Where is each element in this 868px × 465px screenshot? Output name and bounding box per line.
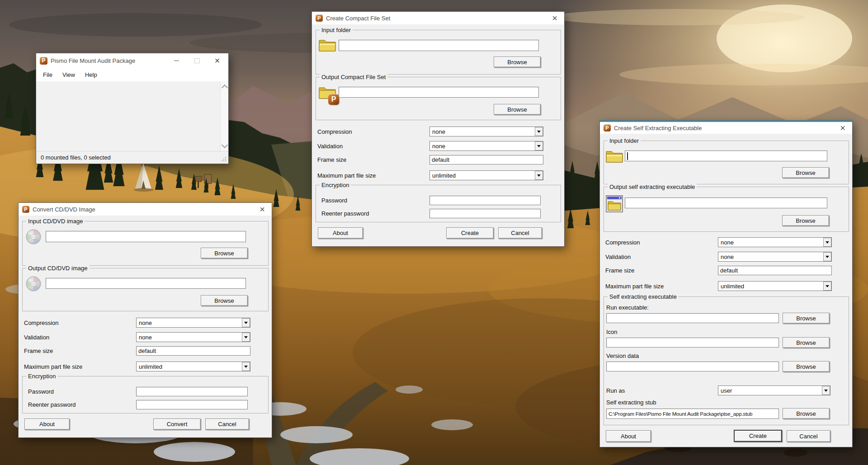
sfx-stub-field[interactable] xyxy=(606,409,779,419)
dropdown-arrow-icon xyxy=(826,256,829,258)
main-menubar: File View Help xyxy=(36,68,228,81)
about-button[interactable]: About xyxy=(24,418,70,430)
text-caret xyxy=(627,152,628,160)
browse-output-button[interactable]: Browse xyxy=(494,104,541,115)
browse-run-exe-button[interactable]: Browse xyxy=(783,313,830,324)
desktop: P Pismo File Mount Audit Package × File … xyxy=(0,0,868,465)
browse-icon-button[interactable]: Browse xyxy=(783,337,830,348)
input-folder-field[interactable] xyxy=(625,150,827,161)
max-part-size-select[interactable]: unlimited xyxy=(136,362,250,371)
menu-file[interactable]: File xyxy=(38,68,57,81)
reenter-password-field[interactable] xyxy=(429,209,541,218)
vertical-scrollbar[interactable] xyxy=(220,82,228,151)
password-field[interactable] xyxy=(429,196,541,205)
sfx-options-group-label: Self extracting executable xyxy=(608,293,679,300)
compression-select[interactable]: none xyxy=(718,237,832,247)
validation-label: Validation xyxy=(24,332,49,342)
close-icon[interactable]: × xyxy=(833,122,852,134)
status-text: 0 mounted files, 0 selected xyxy=(41,154,111,161)
compression-select[interactable]: none xyxy=(429,127,543,136)
compression-label: Compression xyxy=(605,237,640,247)
run-executable-field[interactable] xyxy=(606,313,779,323)
compression-label: Compression xyxy=(24,318,59,328)
input-cdimage-field[interactable] xyxy=(46,231,246,242)
sfx-dialog: P Create Self Extracting Executable × In… xyxy=(599,120,853,447)
cd-icon xyxy=(25,275,42,294)
icon-label: Icon xyxy=(606,327,618,337)
browse-output-button[interactable]: Browse xyxy=(782,215,829,226)
output-fileset-group-label: Output Compact File Set xyxy=(320,74,387,80)
dropdown-arrow-icon xyxy=(824,390,828,392)
browse-input-button[interactable]: Browse xyxy=(494,56,541,67)
max-part-size-label: Maximum part file size xyxy=(605,281,664,291)
output-cdimage-group-label: Output CD/DVD image xyxy=(26,265,90,272)
dropdown-arrow-icon xyxy=(826,285,829,287)
validation-select[interactable]: none xyxy=(136,332,250,342)
password-field[interactable] xyxy=(136,387,248,396)
max-part-size-label: Maximum part file size xyxy=(317,170,376,180)
max-part-size-select[interactable]: unlimited xyxy=(718,281,832,291)
menu-help[interactable]: Help xyxy=(80,68,102,81)
close-button[interactable]: × xyxy=(207,53,227,68)
run-as-select[interactable]: user xyxy=(718,385,830,395)
mounted-files-list[interactable] xyxy=(36,81,228,151)
resize-grip[interactable] xyxy=(221,156,226,161)
pismo-fileset-icon: P xyxy=(318,84,338,104)
dropdown-arrow-icon xyxy=(244,336,248,338)
validation-label: Validation xyxy=(317,141,343,151)
create-button[interactable]: Create xyxy=(734,430,782,442)
maximize-button xyxy=(187,53,207,68)
reenter-password-field[interactable] xyxy=(136,400,248,409)
create-button[interactable]: Create xyxy=(446,227,494,239)
version-data-label: Version data xyxy=(606,351,639,361)
frame-size-field[interactable] xyxy=(429,155,543,164)
sfx-titlebar: P Create Self Extracting Executable × xyxy=(600,122,852,134)
reenter-password-label: Reenter password xyxy=(321,208,369,218)
menu-view[interactable]: View xyxy=(57,68,80,81)
frame-size-field[interactable] xyxy=(718,266,832,275)
input-folder-field[interactable] xyxy=(339,40,539,51)
validation-select[interactable]: none xyxy=(718,252,832,262)
browse-input-button[interactable]: Browse xyxy=(201,248,248,258)
validation-select[interactable]: none xyxy=(429,141,543,151)
browse-version-button[interactable]: Browse xyxy=(783,361,830,372)
frame-size-field[interactable] xyxy=(136,346,250,356)
output-cdimage-field[interactable] xyxy=(46,278,246,289)
browse-stub-button[interactable]: Browse xyxy=(783,408,830,419)
sfx-stub-label: Self extracting stub xyxy=(606,397,656,407)
encryption-group-label: Encryption xyxy=(320,182,351,188)
browse-input-button[interactable]: Browse xyxy=(782,167,829,178)
about-button[interactable]: About xyxy=(606,430,651,442)
dropdown-arrow-icon xyxy=(826,241,829,244)
version-data-field[interactable] xyxy=(606,362,779,371)
scroll-down-icon[interactable] xyxy=(222,142,228,148)
main-titlebar: P Pismo File Mount Audit Package × xyxy=(36,53,228,68)
input-cdimage-group: Input CD/DVD image xyxy=(22,221,269,266)
main-window-title: Pismo File Mount Audit Package xyxy=(51,57,135,64)
cancel-button[interactable]: Cancel xyxy=(787,430,830,442)
cancel-button[interactable]: Cancel xyxy=(205,418,249,430)
compression-label: Compression xyxy=(317,127,352,136)
pismo-app-icon: P xyxy=(22,206,29,213)
compression-select[interactable]: none xyxy=(136,318,250,328)
minimize-button[interactable] xyxy=(166,53,187,68)
maximize-icon xyxy=(194,58,200,63)
input-folder-group-label: Input folder xyxy=(320,27,353,33)
icon-field[interactable] xyxy=(606,338,779,348)
dropdown-arrow-icon xyxy=(537,174,541,177)
close-icon[interactable]: × xyxy=(253,203,272,216)
max-part-size-select[interactable]: unlimited xyxy=(429,170,543,180)
max-part-size-label: Maximum part file size xyxy=(24,362,82,371)
frame-size-label: Frame size xyxy=(317,155,346,164)
cancel-button[interactable]: Cancel xyxy=(498,227,542,239)
browse-output-button[interactable]: Browse xyxy=(201,295,248,306)
close-icon[interactable]: × xyxy=(545,12,564,24)
about-button[interactable]: About xyxy=(318,227,363,239)
output-fileset-field[interactable] xyxy=(339,87,539,98)
convert-button[interactable]: Convert xyxy=(153,418,201,430)
scroll-up-icon[interactable] xyxy=(222,85,228,91)
reenter-password-label: Reenter password xyxy=(28,399,76,409)
folder-icon xyxy=(318,37,336,55)
convert-titlebar: P Convert CD/DVD Image × xyxy=(19,203,272,216)
output-sfx-field[interactable] xyxy=(625,197,827,208)
